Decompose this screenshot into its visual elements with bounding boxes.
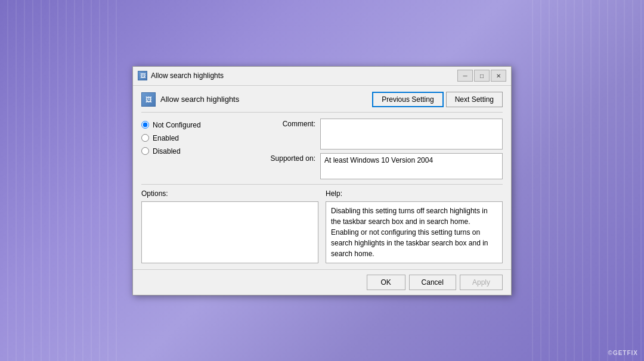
options-label: Options: <box>141 189 318 198</box>
title-buttons: ─ □ ✕ <box>457 70 506 82</box>
options-box <box>141 201 318 263</box>
watermark: ©GETFIX <box>608 350 638 356</box>
comment-textarea[interactable] <box>320 119 503 150</box>
right-column: Comment: Supported on: At least Windows … <box>268 119 503 179</box>
previous-setting-button[interactable]: Previous Setting <box>372 92 443 107</box>
divider <box>141 184 503 185</box>
header-title: Allow search highlights <box>160 95 239 104</box>
dialog-footer: OK Cancel Apply <box>133 269 511 295</box>
comment-label: Comment: <box>268 119 315 128</box>
next-setting-button[interactable]: Next Setting <box>446 92 503 107</box>
radio-group: Not Configured Enabled Disabled <box>141 121 261 155</box>
header-left: 🖼 Allow search highlights <box>141 92 239 107</box>
left-column: Not Configured Enabled Disabled <box>141 119 261 179</box>
restore-button[interactable]: □ <box>474 70 490 82</box>
window-title: Allow search highlights <box>151 71 224 80</box>
header-icon: 🖼 <box>141 92 156 107</box>
radio-not-configured-input[interactable] <box>141 121 149 129</box>
help-text: Disabling this setting turns off search … <box>331 207 488 258</box>
minimize-button[interactable]: ─ <box>457 70 473 82</box>
cancel-button[interactable]: Cancel <box>409 275 456 290</box>
supported-label: Supported on: <box>268 153 315 163</box>
header-row: 🖼 Allow search highlights Previous Setti… <box>141 92 503 113</box>
comment-row: Comment: <box>268 119 503 150</box>
radio-enabled-input[interactable] <box>141 134 149 142</box>
supported-value: At least Windows 10 Version 2004 <box>320 153 503 179</box>
help-text-box: Disabling this setting turns off search … <box>326 201 503 263</box>
radio-disabled[interactable]: Disabled <box>141 147 261 155</box>
radio-not-configured[interactable]: Not Configured <box>141 121 261 129</box>
radio-enabled-label: Enabled <box>153 134 179 142</box>
window-icon: 🖼 <box>138 71 147 80</box>
options-section: Options: <box>141 189 318 263</box>
radio-not-configured-label: Not Configured <box>153 121 201 129</box>
main-body: Not Configured Enabled Disabled Comment: <box>141 119 503 179</box>
radio-enabled[interactable]: Enabled <box>141 134 261 142</box>
dialog-window: 🖼 Allow search highlights ─ □ ✕ 🖼 Allow … <box>132 66 512 295</box>
dialog-content: 🖼 Allow search highlights Previous Setti… <box>133 86 511 269</box>
apply-button[interactable]: Apply <box>460 275 503 290</box>
title-bar: 🖼 Allow search highlights ─ □ ✕ <box>133 67 511 86</box>
supported-row: Supported on: At least Windows 10 Versio… <box>268 153 503 179</box>
ok-button[interactable]: OK <box>367 275 405 290</box>
help-label: Help: <box>326 189 503 198</box>
radio-disabled-input[interactable] <box>141 147 149 155</box>
close-button[interactable]: ✕ <box>491 70 506 82</box>
title-bar-left: 🖼 Allow search highlights <box>138 71 224 80</box>
radio-disabled-label: Disabled <box>153 147 181 155</box>
bottom-row: Options: Help: Disabling this setting tu… <box>141 189 503 263</box>
help-section: Help: Disabling this setting turns off s… <box>326 189 503 263</box>
nav-buttons: Previous Setting Next Setting <box>372 92 503 107</box>
